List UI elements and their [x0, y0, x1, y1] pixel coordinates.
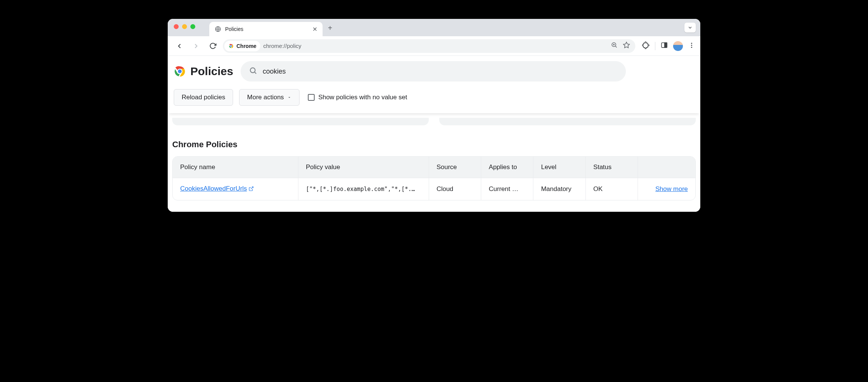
svg-line-15: [251, 187, 253, 189]
svg-point-9: [691, 45, 692, 46]
tab-list-button[interactable]: [684, 23, 696, 32]
col-header-level: Level: [533, 157, 585, 178]
col-header-status: Status: [585, 157, 638, 178]
bookmark-star-icon[interactable]: [623, 42, 630, 50]
status-cards: [172, 113, 696, 132]
policy-applies-cell: Current …: [481, 178, 533, 200]
menu-icon[interactable]: [688, 42, 695, 50]
chrome-logo-icon: [174, 65, 186, 77]
browser-tab[interactable]: Policies ✕: [209, 22, 323, 36]
url-text: chrome://policy: [263, 43, 301, 49]
close-window-button[interactable]: [174, 24, 179, 29]
more-actions-label: More actions: [247, 94, 284, 101]
reload-button[interactable]: [206, 40, 219, 52]
back-button[interactable]: [173, 40, 186, 52]
section-title: Chrome Policies: [172, 140, 696, 149]
status-card: [172, 118, 429, 125]
site-chip[interactable]: Chrome: [224, 41, 260, 51]
policy-status-cell: OK: [585, 178, 638, 200]
titlebar: Policies ✕ +: [168, 19, 700, 36]
reload-policies-button[interactable]: Reload policies: [174, 89, 233, 106]
chevron-down-icon: [287, 95, 292, 100]
status-card: [439, 118, 696, 125]
table-row: CookiesAllowedForUrls ["*,[*.]foo.exampl…: [173, 178, 695, 200]
policy-value-cell: ["*,[*.]foo.example.com","*,[*.…: [298, 178, 429, 200]
svg-point-10: [691, 46, 692, 48]
svg-point-8: [691, 43, 692, 44]
globe-icon: [215, 26, 221, 32]
minimize-window-button[interactable]: [182, 24, 187, 29]
policy-search[interactable]: [241, 61, 626, 82]
chip-label: Chrome: [236, 43, 256, 49]
extensions-icon[interactable]: [642, 42, 650, 51]
more-actions-button[interactable]: More actions: [239, 89, 299, 106]
page-content: Chrome Policies Policy name Policy value…: [168, 113, 700, 212]
svg-rect-7: [664, 43, 667, 48]
policy-name-link[interactable]: CookiesAllowedForUrls: [180, 185, 254, 192]
search-icon: [249, 66, 257, 76]
external-link-icon: [249, 186, 254, 193]
browser-window: Policies ✕ + Chrome chrome://policy: [168, 19, 700, 212]
page-title: Policies: [190, 65, 233, 78]
svg-point-14: [250, 68, 255, 73]
side-panel-icon[interactable]: [661, 42, 668, 50]
col-header-name: Policy name: [173, 157, 298, 178]
col-header-applies: Applies to: [481, 157, 533, 178]
address-bar[interactable]: Chrome chrome://policy: [223, 39, 635, 53]
forward-button[interactable]: [190, 40, 202, 52]
col-header-actions: [638, 157, 695, 178]
svg-marker-5: [624, 42, 630, 48]
zoom-icon[interactable]: [611, 42, 618, 50]
new-tab-button[interactable]: +: [328, 24, 332, 32]
tab-title: Policies: [225, 26, 243, 32]
policies-table: Policy name Policy value Source Applies …: [172, 156, 696, 200]
maximize-window-button[interactable]: [190, 24, 195, 29]
toolbar-divider: [655, 42, 655, 50]
profile-avatar[interactable]: [673, 41, 683, 51]
col-header-source: Source: [429, 157, 481, 178]
checkbox-icon: [308, 94, 315, 101]
close-tab-button[interactable]: ✕: [312, 26, 317, 33]
window-controls: [174, 24, 195, 29]
page-header: Policies Reload policies More actions Sh…: [168, 56, 700, 113]
browser-toolbar: Chrome chrome://policy: [168, 36, 700, 56]
toolbar-right: [642, 41, 695, 51]
policy-level-cell: Mandatory: [533, 178, 585, 200]
checkbox-label-text: Show policies with no value set: [318, 94, 407, 101]
page-logo: Policies: [174, 65, 233, 78]
chrome-icon: [228, 43, 234, 49]
col-header-value: Policy value: [298, 157, 429, 178]
search-input[interactable]: [263, 68, 618, 75]
show-no-value-toggle[interactable]: Show policies with no value set: [308, 94, 407, 101]
show-more-link[interactable]: Show more: [655, 185, 688, 193]
policy-source-cell: Cloud: [429, 178, 481, 200]
